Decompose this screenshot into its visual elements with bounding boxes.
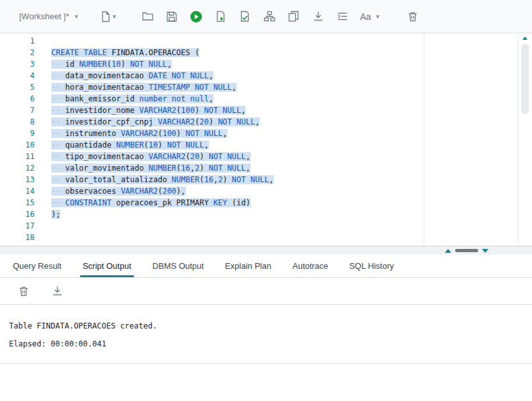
save-output-button[interactable] bbox=[48, 282, 67, 300]
line-number: 4 bbox=[0, 70, 35, 81]
chevron-down-icon: ▼ bbox=[112, 13, 117, 20]
chevron-down-icon: ▼ bbox=[74, 13, 79, 20]
collapse-down-icon[interactable] bbox=[482, 249, 488, 253]
code-text: ·· instrumento VARCHAR2(100) NOT NULL, bbox=[35, 128, 228, 139]
font-options-label: Aa bbox=[360, 12, 371, 22]
code-text: ·· valor_movimentado NUMBER(16,2) NOT NU… bbox=[35, 162, 251, 174]
line-number: 7 bbox=[0, 105, 35, 116]
tab-script-output[interactable]: Script Output bbox=[83, 255, 131, 277]
code-text: ·· observacoes VARCHAR2(200), bbox=[35, 185, 186, 197]
sql-editor[interactable]: 12CREATE TABLE FINDATA.OPERACOES (3·· id… bbox=[0, 33, 532, 246]
code-text: ·· valor_total_atualizado NUMBER(16,2) N… bbox=[35, 174, 274, 185]
code-text bbox=[35, 220, 51, 232]
code-line[interactable]: 10·· quantidade NUMBER(10) NOT NULL, bbox=[0, 139, 532, 151]
trash-icon bbox=[18, 286, 29, 297]
code-text bbox=[35, 35, 51, 47]
code-text: ·· bank_emissor_id number not null, bbox=[35, 93, 213, 105]
code-text: ·· investidor_cpf_cnpj VARCHAR2(20) NOT … bbox=[35, 116, 260, 128]
code-line[interactable]: 16); bbox=[0, 209, 532, 220]
code-line[interactable]: 3·· id NUMBER(10) NOT NULL, bbox=[0, 58, 532, 70]
tab-sql-history[interactable]: SQL History bbox=[349, 255, 394, 277]
code-line[interactable]: 8·· investidor_cpf_cnpj VARCHAR2(20) NOT… bbox=[0, 116, 532, 128]
folder-icon bbox=[142, 10, 154, 22]
run-script-button[interactable] bbox=[212, 8, 230, 26]
clear-output-button[interactable] bbox=[14, 282, 33, 300]
format-lines-icon bbox=[337, 10, 349, 22]
font-options-button[interactable]: Aa ▼ bbox=[358, 8, 383, 26]
code-text bbox=[35, 232, 51, 243]
code-line[interactable]: 7·· investidor_nome VARCHAR2(100) NOT NU… bbox=[0, 105, 532, 116]
print-margin-guide bbox=[424, 33, 424, 246]
results-toolbar bbox=[0, 278, 532, 305]
line-number: 10 bbox=[0, 139, 35, 151]
code-line[interactable]: 18 bbox=[0, 232, 532, 243]
splitter-handle[interactable] bbox=[445, 246, 488, 255]
code-text: ·· CONSTRAINT operacoes_pk PRIMARY KEY (… bbox=[35, 197, 251, 209]
line-number: 2 bbox=[0, 47, 35, 58]
explain-plan-icon bbox=[263, 10, 276, 22]
run-play-icon bbox=[190, 10, 203, 23]
editor-lines: 12CREATE TABLE FINDATA.OPERACOES (3·· id… bbox=[0, 35, 532, 243]
sql-worksheet-app: [Worksheet ]* ▼ ▼ bbox=[0, 0, 532, 401]
worksheet-label: [Worksheet ]* bbox=[19, 12, 69, 21]
main-toolbar: [Worksheet ]* ▼ ▼ bbox=[0, 0, 532, 33]
script-output-panel: Table FINDATA.OPERACOES created. Elapsed… bbox=[0, 305, 532, 364]
collapse-up-icon[interactable] bbox=[445, 249, 451, 253]
worksheet-dropdown[interactable]: [Worksheet ]* ▼ bbox=[19, 12, 79, 21]
save-button[interactable] bbox=[163, 8, 181, 26]
code-line[interactable]: 11·· tipo_movimentacao VARCHAR2(20) NOT … bbox=[0, 151, 532, 162]
line-number: 3 bbox=[0, 58, 35, 70]
code-line[interactable]: 12·· valor_movimentado NUMBER(16,2) NOT … bbox=[0, 162, 532, 174]
format-button[interactable] bbox=[333, 8, 352, 26]
code-text: ·· investidor_nome VARCHAR2(100) NOT NUL… bbox=[35, 105, 245, 116]
splitter-grip[interactable] bbox=[455, 249, 478, 252]
trash-icon bbox=[407, 11, 419, 22]
code-line[interactable]: 1 bbox=[0, 35, 532, 47]
download-icon bbox=[312, 10, 324, 22]
line-number: 17 bbox=[0, 220, 35, 232]
scrollbar-thumb[interactable] bbox=[521, 44, 529, 114]
download-button[interactable] bbox=[309, 8, 328, 26]
code-line[interactable]: 4·· data_movimentacao DATE NOT NULL, bbox=[0, 70, 532, 81]
tab-explain-plan[interactable]: Explain Plan bbox=[225, 255, 271, 277]
new-worksheet-icon bbox=[100, 11, 112, 22]
code-line[interactable]: 5·· hora_movimentacao TIMESTAMP NOT NULL… bbox=[0, 81, 532, 93]
scrollbar-up-icon[interactable] bbox=[522, 37, 528, 40]
tab-autotrace[interactable]: Autotrace bbox=[292, 255, 328, 277]
line-number: 11 bbox=[0, 151, 35, 162]
code-text: CREATE TABLE FINDATA.OPERACOES ( bbox=[35, 47, 199, 58]
save-icon bbox=[166, 11, 178, 22]
code-line[interactable]: 2CREATE TABLE FINDATA.OPERACOES ( bbox=[0, 47, 532, 58]
autotrace-icon bbox=[239, 10, 251, 22]
editor-vertical-scrollbar[interactable] bbox=[518, 33, 532, 246]
explain-plan-button[interactable] bbox=[260, 8, 279, 26]
line-number: 6 bbox=[0, 93, 35, 105]
autotrace-button[interactable] bbox=[236, 8, 254, 26]
line-number: 14 bbox=[0, 185, 35, 197]
download-icon bbox=[51, 285, 63, 297]
code-line[interactable]: 15·· CONSTRAINT operacoes_pk PRIMARY KEY… bbox=[0, 197, 532, 209]
tab-dbms-output[interactable]: DBMS Output bbox=[153, 255, 204, 277]
run-statement-button[interactable] bbox=[187, 8, 206, 26]
editor-results-splitter[interactable] bbox=[0, 246, 532, 255]
code-text: ); bbox=[35, 209, 60, 220]
tab-query-result[interactable]: Query Result bbox=[13, 255, 62, 277]
open-file-button[interactable] bbox=[138, 8, 157, 26]
code-line[interactable]: 14·· observacoes VARCHAR2(200), bbox=[0, 185, 532, 197]
script-output-text: Table FINDATA.OPERACOES created. Elapsed… bbox=[9, 321, 532, 348]
line-number: 5 bbox=[0, 81, 35, 93]
code-text: ·· quantidade NUMBER(10) NOT NULL, bbox=[35, 139, 209, 151]
clear-worksheet-button[interactable] bbox=[404, 8, 422, 26]
unshared-worksheet-button[interactable] bbox=[285, 8, 303, 26]
chevron-down-icon: ▼ bbox=[375, 13, 381, 20]
line-number: 18 bbox=[0, 232, 35, 243]
new-worksheet-button[interactable]: ▼ bbox=[99, 8, 118, 26]
code-line[interactable]: 17 bbox=[0, 220, 532, 232]
code-text: ·· hora_movimentacao TIMESTAMP NOT NULL, bbox=[35, 81, 237, 93]
line-number: 15 bbox=[0, 197, 35, 209]
line-number: 8 bbox=[0, 116, 35, 128]
code-line[interactable]: 13·· valor_total_atualizado NUMBER(16,2)… bbox=[0, 174, 532, 185]
code-line[interactable]: 9·· instrumento VARCHAR2(100) NOT NULL, bbox=[0, 128, 532, 139]
code-text: ·· tipo_movimentacao VARCHAR2(20) NOT NU… bbox=[35, 151, 251, 162]
code-line[interactable]: 6·· bank_emissor_id number not null, bbox=[0, 93, 532, 105]
